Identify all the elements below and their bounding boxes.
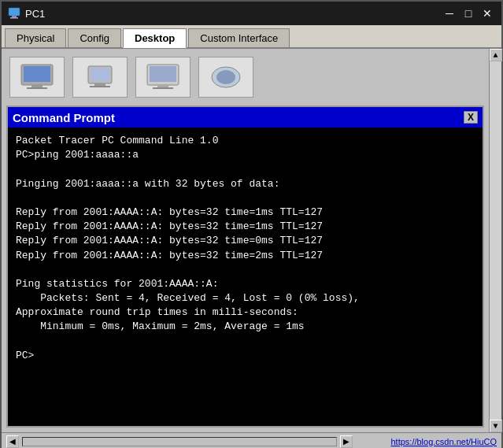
tab-bar: Physical Config Desktop Custom Interface <box>2 25 501 49</box>
maximize-button[interactable]: □ <box>460 6 476 21</box>
svg-rect-6 <box>27 87 47 89</box>
device-thumb-2 <box>80 63 120 91</box>
device-image-3 <box>135 57 190 98</box>
title-bar-left: PC1 <box>8 7 45 20</box>
svg-rect-12 <box>150 66 176 82</box>
svg-rect-0 <box>9 8 20 16</box>
device-image-1 <box>9 57 65 98</box>
svg-rect-8 <box>91 68 109 81</box>
title-bar: PC1 ─ □ ✕ <box>2 2 501 25</box>
cmd-title-bar: Command Prompt X <box>8 107 483 128</box>
scroll-up-button[interactable]: ▲ <box>490 49 502 61</box>
tab-desktop[interactable]: Desktop <box>123 28 187 48</box>
scroll-down-button[interactable]: ▼ <box>490 420 502 432</box>
device-images-row <box>6 54 484 101</box>
svg-rect-14 <box>153 87 173 89</box>
close-button[interactable]: ✕ <box>479 6 495 21</box>
tab-custom-interface[interactable]: Custom Interface <box>188 28 290 47</box>
device-thumb-4 <box>206 63 246 91</box>
scroll-left-button[interactable]: ◀ <box>6 435 19 448</box>
svg-rect-9 <box>94 83 105 86</box>
tab-physical[interactable]: Physical <box>5 28 66 47</box>
svg-rect-2 <box>10 17 18 19</box>
minimize-button[interactable]: ─ <box>442 6 457 21</box>
title-bar-controls: ─ □ ✕ <box>442 6 495 21</box>
app-window: PC1 ─ □ ✕ Physical Config Desktop Custom… <box>0 0 503 448</box>
main-scrollbar: ▲ ▼ <box>489 49 501 432</box>
scroll-track <box>490 61 501 420</box>
status-bar: ◀ ▶ https://blog.csdn.net/HiuCQ <box>2 432 501 448</box>
tab-config[interactable]: Config <box>68 28 121 47</box>
status-bar-left: ◀ ▶ <box>6 435 353 448</box>
scroll-right-button[interactable]: ▶ <box>340 435 353 448</box>
svg-rect-5 <box>31 85 43 87</box>
device-image-4 <box>198 57 253 98</box>
device-thumb-3 <box>143 63 183 91</box>
horizontal-scrollbar[interactable] <box>22 437 337 446</box>
svg-rect-4 <box>24 66 50 82</box>
cmd-close-button[interactable]: X <box>464 111 478 124</box>
command-prompt-window: Command Prompt X Packet Tracer PC Comman… <box>6 106 484 428</box>
device-image-2 <box>72 57 128 98</box>
cmd-body[interactable]: Packet Tracer PC Command Line 1.0 PC>pin… <box>8 128 483 426</box>
window-title: PC1 <box>25 8 45 20</box>
svg-point-16 <box>216 70 235 84</box>
main-content: Command Prompt X Packet Tracer PC Comman… <box>2 49 489 432</box>
status-url[interactable]: https://blog.csdn.net/HiuCQ <box>390 437 497 446</box>
device-thumb-1 <box>17 63 57 91</box>
cmd-title-text: Command Prompt <box>13 111 115 124</box>
pc-icon <box>8 7 20 20</box>
svg-rect-10 <box>90 86 110 87</box>
desktop-area: Command Prompt X Packet Tracer PC Comman… <box>2 49 489 432</box>
svg-rect-13 <box>157 85 168 87</box>
svg-rect-1 <box>12 16 17 17</box>
